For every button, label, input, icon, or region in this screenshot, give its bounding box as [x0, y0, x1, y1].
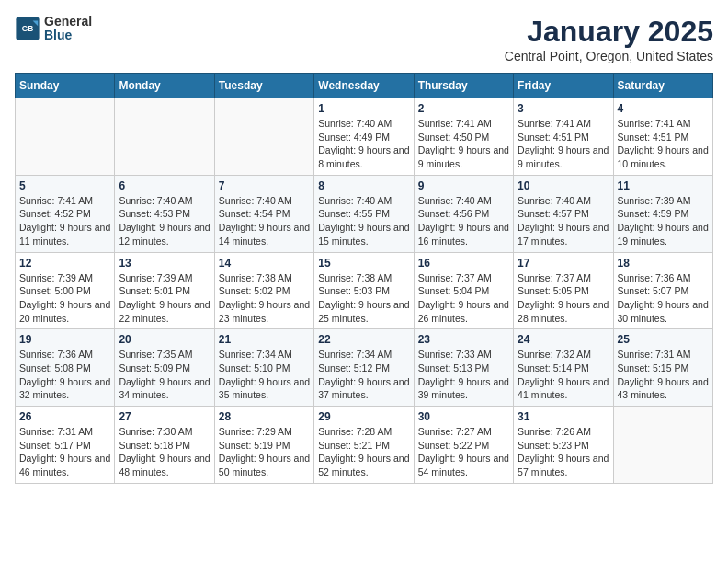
calendar-cell: 11Sunrise: 7:39 AM Sunset: 4:59 PM Dayli… [613, 175, 712, 252]
svg-text:GB: GB [22, 24, 34, 33]
calendar-cell: 13Sunrise: 7:39 AM Sunset: 5:01 PM Dayli… [115, 252, 214, 329]
day-info: Sunrise: 7:36 AM Sunset: 5:08 PM Dayligh… [19, 348, 110, 402]
day-number: 5 [19, 179, 110, 192]
calendar-cell: 2Sunrise: 7:41 AM Sunset: 4:50 PM Daylig… [414, 98, 513, 176]
calendar-cell [214, 98, 313, 176]
day-number: 18 [618, 257, 709, 270]
day-info: Sunrise: 7:41 AM Sunset: 4:51 PM Dayligh… [618, 117, 709, 171]
day-number: 12 [19, 257, 110, 270]
calendar-cell: 30Sunrise: 7:27 AM Sunset: 5:22 PM Dayli… [414, 407, 513, 484]
day-number: 25 [618, 333, 709, 346]
calendar-cell: 24Sunrise: 7:32 AM Sunset: 5:14 PM Dayli… [514, 329, 613, 407]
calendar-cell: 5Sunrise: 7:41 AM Sunset: 4:52 PM Daylig… [16, 175, 115, 252]
calendar-cell: 7Sunrise: 7:40 AM Sunset: 4:54 PM Daylig… [214, 175, 313, 252]
day-number: 13 [119, 257, 210, 270]
logo-general: General [44, 15, 92, 29]
day-number: 8 [318, 179, 409, 192]
calendar-cell: 31Sunrise: 7:26 AM Sunset: 5:23 PM Dayli… [514, 407, 613, 484]
day-number: 26 [19, 410, 110, 423]
day-header-monday: Monday [115, 74, 214, 98]
calendar-cell: 21Sunrise: 7:34 AM Sunset: 5:10 PM Dayli… [214, 329, 313, 407]
calendar-cell: 6Sunrise: 7:40 AM Sunset: 4:53 PM Daylig… [115, 175, 214, 252]
day-info: Sunrise: 7:29 AM Sunset: 5:19 PM Dayligh… [219, 425, 310, 479]
calendar-cell: 27Sunrise: 7:30 AM Sunset: 5:18 PM Dayli… [115, 407, 214, 484]
day-number: 23 [418, 333, 509, 346]
day-info: Sunrise: 7:40 AM Sunset: 4:49 PM Dayligh… [318, 117, 409, 171]
calendar-cell: 20Sunrise: 7:35 AM Sunset: 5:09 PM Dayli… [115, 329, 214, 407]
day-info: Sunrise: 7:40 AM Sunset: 4:53 PM Dayligh… [119, 194, 210, 248]
day-number: 22 [318, 333, 409, 346]
day-info: Sunrise: 7:41 AM Sunset: 4:50 PM Dayligh… [418, 117, 509, 171]
calendar-cell: 14Sunrise: 7:38 AM Sunset: 5:02 PM Dayli… [214, 252, 313, 329]
calendar-table: SundayMondayTuesdayWednesdayThursdayFrid… [15, 73, 713, 484]
day-info: Sunrise: 7:30 AM Sunset: 5:18 PM Dayligh… [119, 425, 210, 479]
day-info: Sunrise: 7:26 AM Sunset: 5:23 PM Dayligh… [518, 425, 609, 479]
day-header-thursday: Thursday [414, 74, 513, 98]
day-info: Sunrise: 7:31 AM Sunset: 5:17 PM Dayligh… [19, 425, 110, 479]
day-info: Sunrise: 7:37 AM Sunset: 5:04 PM Dayligh… [418, 271, 509, 326]
day-number: 11 [618, 179, 709, 192]
day-number: 4 [618, 102, 709, 115]
week-row-3: 12Sunrise: 7:39 AM Sunset: 5:00 PM Dayli… [16, 252, 713, 329]
week-row-1: 1Sunrise: 7:40 AM Sunset: 4:49 PM Daylig… [16, 98, 713, 176]
calendar-cell: 19Sunrise: 7:36 AM Sunset: 5:08 PM Dayli… [16, 329, 115, 407]
day-info: Sunrise: 7:39 AM Sunset: 5:00 PM Dayligh… [19, 271, 110, 326]
calendar-cell: 1Sunrise: 7:40 AM Sunset: 4:49 PM Daylig… [314, 98, 414, 176]
day-number: 10 [518, 179, 609, 192]
day-number: 15 [318, 257, 409, 270]
calendar-cell: 15Sunrise: 7:38 AM Sunset: 5:03 PM Dayli… [314, 252, 414, 329]
day-number: 14 [219, 257, 310, 270]
day-number: 31 [518, 410, 609, 423]
day-info: Sunrise: 7:27 AM Sunset: 5:22 PM Dayligh… [418, 425, 509, 479]
day-info: Sunrise: 7:32 AM Sunset: 5:14 PM Dayligh… [518, 348, 609, 402]
calendar-subtitle: Central Point, Oregon, United States [505, 49, 713, 63]
day-info: Sunrise: 7:38 AM Sunset: 5:03 PM Dayligh… [318, 271, 409, 326]
logo: GB General Blue [15, 15, 92, 43]
day-number: 30 [418, 410, 509, 423]
day-header-tuesday: Tuesday [214, 74, 313, 98]
day-info: Sunrise: 7:35 AM Sunset: 5:09 PM Dayligh… [119, 348, 210, 402]
week-row-4: 19Sunrise: 7:36 AM Sunset: 5:08 PM Dayli… [16, 329, 713, 407]
calendar-cell: 16Sunrise: 7:37 AM Sunset: 5:04 PM Dayli… [414, 252, 513, 329]
day-number: 28 [219, 410, 310, 423]
calendar-cell: 3Sunrise: 7:41 AM Sunset: 4:51 PM Daylig… [514, 98, 613, 176]
week-row-5: 26Sunrise: 7:31 AM Sunset: 5:17 PM Dayli… [16, 407, 713, 484]
day-info: Sunrise: 7:39 AM Sunset: 4:59 PM Dayligh… [618, 194, 709, 248]
calendar-body: 1Sunrise: 7:40 AM Sunset: 4:49 PM Daylig… [16, 98, 713, 484]
calendar-cell: 29Sunrise: 7:28 AM Sunset: 5:21 PM Dayli… [314, 407, 414, 484]
day-number: 24 [518, 333, 609, 346]
day-info: Sunrise: 7:40 AM Sunset: 4:55 PM Dayligh… [318, 194, 409, 248]
title-section: January 2025 Central Point, Oregon, Unit… [505, 15, 713, 63]
day-header-sunday: Sunday [16, 74, 115, 98]
day-info: Sunrise: 7:36 AM Sunset: 5:07 PM Dayligh… [618, 271, 709, 326]
day-info: Sunrise: 7:40 AM Sunset: 4:56 PM Dayligh… [418, 194, 509, 248]
calendar-cell: 26Sunrise: 7:31 AM Sunset: 5:17 PM Dayli… [16, 407, 115, 484]
day-header-friday: Friday [514, 74, 613, 98]
calendar-cell: 12Sunrise: 7:39 AM Sunset: 5:00 PM Dayli… [16, 252, 115, 329]
day-header-saturday: Saturday [613, 74, 712, 98]
day-info: Sunrise: 7:39 AM Sunset: 5:01 PM Dayligh… [119, 271, 210, 326]
calendar-cell: 8Sunrise: 7:40 AM Sunset: 4:55 PM Daylig… [314, 175, 414, 252]
day-number: 17 [518, 257, 609, 270]
day-info: Sunrise: 7:38 AM Sunset: 5:02 PM Dayligh… [219, 271, 310, 326]
calendar-cell: 28Sunrise: 7:29 AM Sunset: 5:19 PM Dayli… [214, 407, 313, 484]
day-header-wednesday: Wednesday [314, 74, 414, 98]
calendar-cell: 4Sunrise: 7:41 AM Sunset: 4:51 PM Daylig… [613, 98, 712, 176]
calendar-cell: 25Sunrise: 7:31 AM Sunset: 5:15 PM Dayli… [613, 329, 712, 407]
logo-blue: Blue [44, 29, 92, 42]
calendar-cell: 10Sunrise: 7:40 AM Sunset: 4:57 PM Dayli… [514, 175, 613, 252]
calendar-cell [115, 98, 214, 176]
logo-icon: GB [15, 16, 40, 41]
calendar-cell: 9Sunrise: 7:40 AM Sunset: 4:56 PM Daylig… [414, 175, 513, 252]
day-number: 27 [119, 410, 210, 423]
day-number: 29 [318, 410, 409, 423]
calendar-cell [16, 98, 115, 176]
day-number: 20 [119, 333, 210, 346]
day-info: Sunrise: 7:31 AM Sunset: 5:15 PM Dayligh… [618, 348, 709, 402]
day-info: Sunrise: 7:40 AM Sunset: 4:57 PM Dayligh… [518, 194, 609, 248]
calendar-cell: 22Sunrise: 7:34 AM Sunset: 5:12 PM Dayli… [314, 329, 414, 407]
day-number: 7 [219, 179, 310, 192]
day-info: Sunrise: 7:41 AM Sunset: 4:52 PM Dayligh… [19, 194, 110, 248]
day-number: 2 [418, 102, 509, 115]
day-info: Sunrise: 7:34 AM Sunset: 5:12 PM Dayligh… [318, 348, 409, 402]
